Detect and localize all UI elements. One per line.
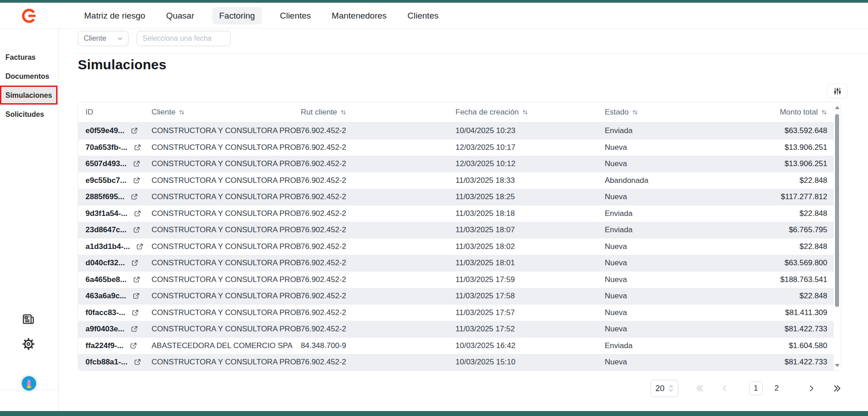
sidebar-item-facturas[interactable]: Facturas <box>0 49 58 66</box>
column-header-rut-cliente[interactable]: Rut cliente <box>301 108 455 117</box>
nav-quasar[interactable]: Quasar <box>163 7 197 24</box>
row-cliente: CONSTRUCTORA Y CONSULTORA PROB... <box>152 159 301 168</box>
external-link-icon[interactable] <box>131 325 138 333</box>
external-link-icon[interactable] <box>133 177 140 184</box>
chevron-down-icon <box>117 35 123 42</box>
client-filter-select[interactable]: Cliente <box>78 31 128 46</box>
external-link-icon[interactable] <box>133 226 140 234</box>
app-window: Matriz de riesgo Quasar Factoring Client… <box>0 0 868 416</box>
row-fecha-creacion: 11/03/2025 17:58 <box>455 292 605 301</box>
external-link-icon[interactable] <box>131 193 138 201</box>
row-id-link[interactable]: 2885f695... <box>85 192 124 201</box>
row-rut-cliente: 76.902.452-2 <box>301 176 455 185</box>
table-row: 70a653fb-... CONSTRUCTORA Y CONSULTORA P… <box>78 139 834 156</box>
scrollbar-thumb[interactable] <box>835 114 839 307</box>
external-link-icon[interactable] <box>133 292 140 300</box>
row-estado: Enviada <box>605 225 772 234</box>
page-button-1[interactable]: 1 <box>749 382 763 395</box>
double-chevron-left-icon <box>695 383 705 393</box>
sidebar-item-documentos[interactable]: Documentos <box>0 68 58 85</box>
external-link-icon[interactable] <box>134 359 141 366</box>
row-id-link[interactable]: a9f0403e... <box>85 325 124 334</box>
column-header-estado[interactable]: Estado <box>605 108 772 117</box>
row-id-link[interactable]: 6a465be8... <box>85 275 127 284</box>
column-header-id: ID <box>85 108 152 117</box>
page-title: Simulaciones <box>78 57 166 72</box>
row-cliente: CONSTRUCTORA Y CONSULTORA PROB... <box>152 209 301 218</box>
column-header-fecha-creacion[interactable]: Fecha de creación <box>455 108 605 117</box>
nav-mantenedores[interactable]: Mantenedores <box>329 7 389 24</box>
row-id-link[interactable]: e0f59e49... <box>85 126 124 135</box>
nav-matriz-de-riesgo[interactable]: Matriz de riesgo <box>81 7 148 24</box>
row-id-link[interactable]: 463a6a9c... <box>85 292 126 301</box>
first-page-button[interactable] <box>695 383 705 393</box>
row-id-link[interactable]: e9c55bc7... <box>85 176 127 185</box>
row-fecha-creacion: 12/03/2025 10:12 <box>455 159 605 168</box>
row-id-link[interactable]: ffa224f9-... <box>85 341 123 350</box>
row-id-link[interactable]: 9d3f1a54-... <box>85 209 128 218</box>
row-rut-cliente: 76.902.452-2 <box>301 143 455 152</box>
row-id-link[interactable]: 6507d493... <box>85 159 127 168</box>
external-link-icon[interactable] <box>133 160 140 167</box>
external-link-icon[interactable] <box>131 259 138 267</box>
table-row: 6a465be8... CONSTRUCTORA Y CONSULTORA PR… <box>78 272 834 288</box>
external-link-icon[interactable] <box>136 243 143 250</box>
row-estado: Nueva <box>605 159 772 168</box>
avatar[interactable] <box>20 374 38 392</box>
date-filter-input[interactable] <box>142 34 236 43</box>
scrollbar-up-icon[interactable] <box>834 104 840 110</box>
table-row: ffa224f9-... ABASTECEDORA DEL COMERCIO S… <box>78 338 834 354</box>
sidebar-item-simulaciones[interactable]: Simulaciones <box>0 87 58 104</box>
prev-page-button[interactable] <box>720 384 729 393</box>
column-settings-button[interactable] <box>827 84 848 98</box>
external-link-icon[interactable] <box>134 210 141 217</box>
gear-icon[interactable] <box>22 337 36 352</box>
news-button[interactable] <box>22 312 36 327</box>
row-rut-cliente: 76.902.452-2 <box>301 209 455 218</box>
row-fecha-creacion: 11/03/2025 18:25 <box>455 192 605 201</box>
external-link-icon[interactable] <box>132 309 139 316</box>
row-id-link[interactable]: 70a653fb-... <box>85 143 128 152</box>
row-monto-total: $81.422.733 <box>772 325 827 334</box>
sort-icon <box>179 109 185 115</box>
page-size-select[interactable]: 20 <box>650 380 678 397</box>
external-link-icon[interactable] <box>133 276 140 283</box>
row-id-link[interactable]: 23d8647c... <box>85 225 127 234</box>
sidebar-item-solicitudes[interactable]: Solicitudes <box>0 106 58 123</box>
page-button-2[interactable]: 2 <box>770 382 783 395</box>
row-monto-total: $63.592.648 <box>772 126 827 135</box>
row-fecha-creacion: 10/03/2025 15:10 <box>455 358 605 367</box>
row-id-link[interactable]: f0facc83-... <box>85 308 125 317</box>
row-fecha-creacion: 11/03/2025 18:33 <box>455 176 605 185</box>
row-id-link[interactable]: a1d3d1b4-... <box>85 242 130 251</box>
row-estado: Abandonada <box>605 176 772 185</box>
external-link-icon[interactable] <box>130 342 137 349</box>
vertical-scrollbar <box>834 103 840 369</box>
row-rut-cliente: 76.902.452-2 <box>301 258 455 268</box>
nav-clientes[interactable]: Clientes <box>277 7 314 24</box>
external-link-icon[interactable] <box>131 127 138 134</box>
next-page-button[interactable] <box>807 384 816 393</box>
row-monto-total: $22.848 <box>772 209 827 218</box>
date-filter[interactable] <box>137 31 231 46</box>
row-fecha-creacion: 11/03/2025 17:59 <box>455 275 605 284</box>
external-link-icon[interactable] <box>134 144 141 151</box>
row-monto-total: $22.848 <box>772 242 827 251</box>
scrollbar-down-icon[interactable] <box>834 362 840 368</box>
row-fecha-creacion: 12/03/2025 10:17 <box>455 143 605 152</box>
row-rut-cliente: 76.902.452-2 <box>301 358 455 367</box>
row-estado: Nueva <box>605 192 772 201</box>
row-monto-total: $188.763.541 <box>772 275 827 284</box>
column-header-monto-total[interactable]: Monto total <box>772 108 827 117</box>
row-id-link[interactable]: d040cf32... <box>85 258 125 268</box>
column-header-cliente[interactable]: Cliente <box>152 108 301 117</box>
table-row: 2885f695... CONSTRUCTORA Y CONSULTORA PR… <box>78 189 834 206</box>
row-cliente: CONSTRUCTORA Y CONSULTORA PROB... <box>152 358 301 367</box>
row-id-link[interactable]: 0fcb88a1-... <box>85 358 128 367</box>
row-rut-cliente: 76.902.452-2 <box>301 242 455 251</box>
nav-factoring[interactable]: Factoring <box>212 7 261 24</box>
last-page-button[interactable] <box>832 383 842 393</box>
nav-clientes-2[interactable]: Clientes <box>405 7 441 24</box>
brand-logo[interactable] <box>21 8 37 24</box>
header-bar: Matriz de riesgo Quasar Factoring Client… <box>0 3 868 29</box>
